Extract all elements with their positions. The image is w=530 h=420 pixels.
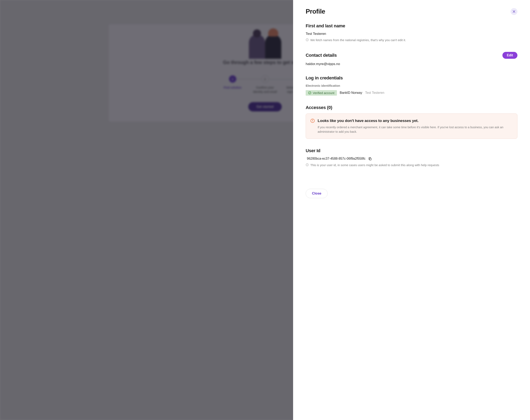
credentials-subtitle: Electronic identification xyxy=(306,84,517,87)
copy-userid-button[interactable] xyxy=(368,157,372,161)
userid-info-row: This is your user id, in some cases user… xyxy=(306,163,517,168)
close-icon xyxy=(513,10,515,13)
svg-point-8 xyxy=(312,121,313,122)
userid-row: 96280bca-ec37-4588-857c-06f9a2f558fc xyxy=(306,157,517,161)
profile-panel: Profile First and last name Test Testere… xyxy=(293,0,530,420)
info-icon xyxy=(306,163,309,166)
alert-icon xyxy=(310,119,315,123)
name-section: First and last name Test Testeren We fet… xyxy=(306,23,517,42)
userid-value: 96280bca-ec37-4588-857c-06f9a2f558fc xyxy=(307,157,366,160)
verified-badge-label: Verified account xyxy=(313,91,335,95)
userid-section: User Id 96280bca-ec37-4588-857c-06f9a2f5… xyxy=(306,148,517,168)
panel-header: Profile xyxy=(306,8,517,15)
credential-row: Verified account BankID Norway Test Test… xyxy=(306,90,517,96)
close-button[interactable]: Close xyxy=(306,189,328,198)
svg-rect-9 xyxy=(369,158,371,160)
name-info-text: We fetch names from the national registr… xyxy=(310,38,406,42)
name-value: Test Testeren xyxy=(306,32,517,36)
userid-section-title: User Id xyxy=(306,148,320,153)
accesses-alert: Looks like you don't have access to any … xyxy=(306,113,517,139)
alert-text: If you recently ordered a merchant agree… xyxy=(318,125,513,134)
credentials-section: Log in credentials Electronic identifica… xyxy=(306,75,517,96)
contact-section-title: Contact details xyxy=(306,53,337,58)
credential-provider: BankID Norway xyxy=(340,91,362,95)
credentials-section-title: Log in credentials xyxy=(306,75,343,81)
name-info-row: We fetch names from the national registr… xyxy=(306,38,517,42)
panel-title: Profile xyxy=(306,8,325,15)
contact-section: Contact details Edit haldor.myre@vipps.n… xyxy=(306,52,517,66)
info-icon xyxy=(306,38,309,41)
accesses-section-title: Accesses (0) xyxy=(306,105,332,110)
name-section-title: First and last name xyxy=(306,23,345,28)
verified-badge: Verified account xyxy=(306,90,337,96)
close-icon-button[interactable] xyxy=(511,8,517,15)
alert-title: Looks like you don't have access to any … xyxy=(318,118,513,123)
svg-point-4 xyxy=(307,39,307,39)
userid-info-text: This is your user id, in some cases user… xyxy=(310,163,439,168)
copy-icon xyxy=(368,157,372,160)
svg-point-12 xyxy=(307,164,307,164)
check-circle-icon xyxy=(308,91,311,94)
accesses-section: Accesses (0) Looks like you don't have a… xyxy=(306,105,517,139)
edit-contact-button[interactable]: Edit xyxy=(502,52,517,59)
credential-name: Test Testeren xyxy=(365,91,384,95)
contact-email: haldor.myre@vipps.no xyxy=(306,62,517,66)
